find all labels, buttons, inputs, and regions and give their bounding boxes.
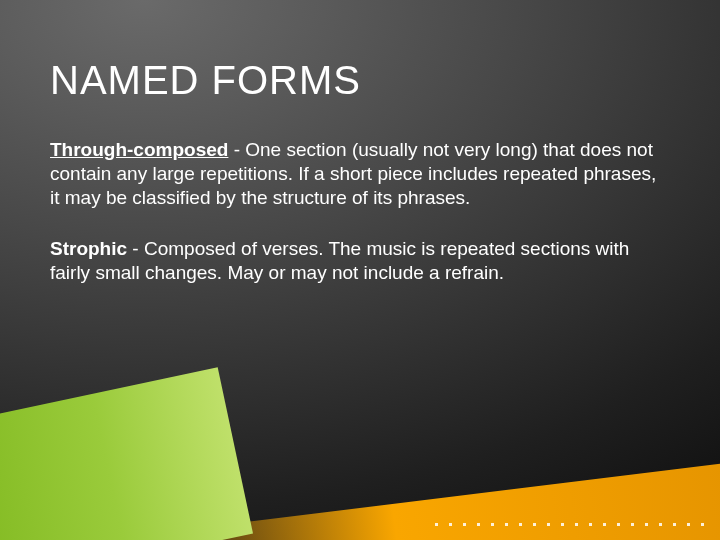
- dot-icon: [687, 523, 690, 526]
- accent-stripe-green: [0, 367, 253, 540]
- dot-icon: [463, 523, 466, 526]
- dot-icon: [645, 523, 648, 526]
- term-definition: - Composed of verses. The music is repea…: [50, 238, 629, 283]
- dot-icon: [701, 523, 704, 526]
- dot-icon: [603, 523, 606, 526]
- dot-icon: [491, 523, 494, 526]
- dot-icon: [561, 523, 564, 526]
- dot-icon: [673, 523, 676, 526]
- dot-icon: [547, 523, 550, 526]
- dot-icon: [435, 523, 438, 526]
- dot-icon: [533, 523, 536, 526]
- dot-icon: [505, 523, 508, 526]
- term-label: Through-composed: [50, 139, 228, 160]
- term-label: Strophic: [50, 238, 127, 259]
- dot-icon: [519, 523, 522, 526]
- dot-icon: [659, 523, 662, 526]
- dot-icon: [477, 523, 480, 526]
- slide: NAMED FORMS Through-composed - One secti…: [0, 0, 720, 540]
- definition-item: Through-composed - One section (usually …: [50, 138, 670, 209]
- dot-icon: [617, 523, 620, 526]
- dot-icon: [631, 523, 634, 526]
- slide-title: NAMED FORMS: [50, 58, 361, 103]
- decorative-dots: [435, 523, 704, 526]
- definition-item: Strophic - Composed of verses. The music…: [50, 237, 670, 285]
- slide-body: Through-composed - One section (usually …: [50, 138, 670, 313]
- dot-icon: [575, 523, 578, 526]
- dot-icon: [449, 523, 452, 526]
- dot-icon: [589, 523, 592, 526]
